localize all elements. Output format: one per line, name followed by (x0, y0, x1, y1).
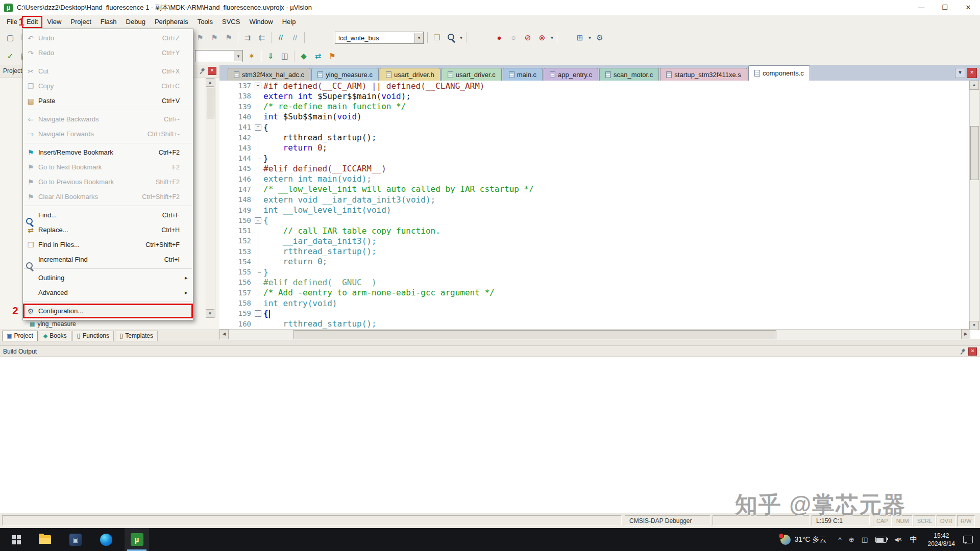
code-line[interactable]: 142 rtthread_startup(); (219, 132, 970, 142)
scroll-down-arrow[interactable]: ▼ (206, 309, 214, 318)
tab-main-c[interactable]: main.c (503, 68, 543, 81)
menu-item-paste[interactable]: ▤PasteCtrl+V (23, 93, 193, 108)
menu-item-advanced[interactable]: Advanced▸ (23, 285, 193, 300)
fold-toggle-icon[interactable]: − (255, 217, 261, 224)
scrollbar-thumb[interactable] (970, 126, 979, 180)
combo-dropdown-arrow[interactable]: ▾ (414, 33, 423, 43)
scroll-up-arrow[interactable]: ▲ (969, 81, 979, 90)
code-line[interactable]: 154 return 0; (219, 257, 970, 267)
menu-project[interactable]: Project (66, 16, 95, 28)
pc-status-icon[interactable]: ◫ (862, 536, 868, 543)
clear-bookmarks-icon[interactable]: ⚑ (222, 31, 235, 44)
menu-edit[interactable]: Edit (22, 16, 42, 28)
menu-svcs[interactable]: SVCS (217, 16, 244, 28)
code-line[interactable]: 158int entry(void) (219, 298, 970, 308)
start-button[interactable] (4, 528, 29, 551)
tab-usart-driver-h[interactable]: usart_driver.h (380, 68, 440, 81)
code-line[interactable]: 152 __iar_data_init3(); (219, 236, 970, 246)
uncomment-icon[interactable]: // (288, 31, 302, 44)
panel-tab-functions[interactable]: {}Functions (72, 331, 114, 341)
code-line[interactable]: 156#elif defined(__GNUC__) (219, 277, 970, 287)
tab-startup-stm32f411xe-s[interactable]: startup_stm32f411xe.s (660, 68, 747, 81)
code-line[interactable]: 137−#if defined(__CC_ARM) || defined(__C… (219, 81, 970, 91)
enable-disable-breakpoint-icon[interactable]: ○ (507, 31, 520, 44)
search-text-combo[interactable]: lcd_write_bus▾ (335, 32, 424, 44)
previous-bookmark-icon[interactable]: ⚑ (193, 31, 207, 44)
pinned-app-button[interactable]: ▣ (63, 528, 88, 551)
code-line[interactable]: 143 return 0; (219, 143, 970, 153)
debug-windows-icon[interactable]: ⊞ (573, 31, 586, 44)
ime-indicator[interactable]: 中 (910, 535, 918, 544)
tab-usart-driver-c[interactable]: usart_driver.c (442, 68, 502, 81)
code-area[interactable]: 137−#if defined(__CC_ARM) || defined(__C… (219, 81, 970, 329)
action-center-icon[interactable] (963, 536, 973, 543)
panel-tab-templates[interactable]: {}Templates (115, 331, 158, 341)
weather-text[interactable]: 31°C 多云 (794, 535, 826, 544)
battery-icon[interactable] (875, 537, 887, 543)
fold-toggle-icon[interactable]: − (255, 124, 261, 131)
menu-peripherals[interactable]: Peripherals (150, 16, 193, 28)
project-tree-item[interactable]: ▦ ying_measure (30, 320, 76, 328)
debug-windows-dropdown-arrow[interactable]: ▾ (587, 31, 593, 44)
code-line[interactable]: 145#elif defined(__ICCARM__) (219, 163, 970, 173)
tab-app-entry-c[interactable]: app_entry.c (544, 68, 598, 81)
menu-item-incremental-find[interactable]: Incremental FindCtrl+I (23, 252, 193, 267)
code-line[interactable]: 139/* re-define main function */ (219, 102, 970, 112)
scrollbar-thumb[interactable] (293, 330, 776, 339)
panel-tab-books[interactable]: ◆Books (39, 331, 71, 341)
close-button[interactable]: ✕ (957, 0, 980, 15)
menu-item-find[interactable]: Find...Ctrl+F (23, 208, 193, 222)
comment-icon[interactable]: // (274, 31, 287, 44)
indent-right-icon[interactable]: ⇉ (241, 31, 254, 44)
menu-flash[interactable]: Flash (96, 16, 121, 28)
select-target-combo[interactable]: ▾ (195, 50, 243, 62)
build-target-icon[interactable]: ◆ (297, 49, 310, 63)
code-line[interactable]: 155} (219, 267, 970, 277)
pin-icon[interactable] (199, 68, 206, 74)
code-line[interactable]: 160 rtthread_startup(); (219, 318, 970, 329)
flash-download-icon[interactable]: ⇓ (264, 49, 277, 63)
tab-scan-motor-c[interactable]: scan_motor.c (599, 68, 659, 81)
code-line[interactable]: 150−{ (219, 215, 970, 226)
kill-all-breakpoints-icon[interactable]: ⊗ (535, 31, 549, 44)
code-line[interactable]: 149int __low_level_init(void) (219, 205, 970, 215)
code-line[interactable]: 148extern void __iar_data_init3(void); (219, 194, 970, 205)
scrollbar-thumb[interactable] (207, 88, 214, 118)
maximize-button[interactable]: ☐ (933, 0, 957, 15)
combo-dropdown-arrow[interactable]: ▾ (234, 51, 242, 61)
close-panel-icon[interactable]: ✕ (968, 347, 977, 356)
menu-help[interactable]: Help (278, 16, 301, 28)
code-line[interactable]: 146extern int main(void); (219, 174, 970, 184)
options-for-target-icon[interactable]: ✶ (245, 49, 258, 63)
tab-list-dropdown[interactable]: ▼ (955, 68, 965, 78)
code-line[interactable]: 144} (219, 153, 970, 163)
fold-toggle-icon[interactable]: − (255, 83, 261, 89)
project-vertical-scrollbar[interactable]: ▲ ▼ (206, 78, 215, 318)
code-line[interactable]: 140int $Sub$$main(void) (219, 112, 970, 122)
insert-breakpoint-icon[interactable]: ● (493, 31, 506, 44)
code-line[interactable]: 153 rtthread_startup(); (219, 246, 970, 257)
edge-button[interactable] (94, 528, 118, 551)
new-file-icon[interactable]: ▢ (4, 31, 17, 44)
keil-uvision-button[interactable]: µ (125, 528, 149, 551)
find-icon[interactable] (445, 31, 458, 44)
tray-expand-chevron[interactable]: ^ (839, 536, 842, 543)
next-bookmark-icon[interactable]: ⚑ (208, 31, 221, 44)
file-explorer-button[interactable] (33, 528, 57, 551)
pin-icon[interactable] (960, 348, 966, 355)
translate-file-icon[interactable]: ✓ (4, 49, 17, 63)
menu-item-configuration[interactable]: ⚙Configuration... (23, 304, 193, 318)
code-line[interactable]: 157/* Add -eentry to arm-none-eabi-gcc a… (219, 288, 970, 298)
menu-item-find-in-files[interactable]: ❒Find in Files...Ctrl+Shift+F (23, 237, 193, 252)
muted-speaker-icon[interactable]: ◀✕ (894, 536, 901, 543)
close-panel-icon[interactable]: ✕ (208, 67, 216, 75)
find-in-files-icon[interactable]: ❒ (430, 31, 444, 44)
menu-window[interactable]: Window (244, 16, 277, 28)
indent-left-icon[interactable]: ⇇ (255, 31, 268, 44)
find-dropdown-arrow[interactable]: ▾ (458, 31, 464, 44)
tab-ying-measure-c[interactable]: ying_measure.c (311, 68, 379, 81)
tab-stm32f4xx-hal-adc-c[interactable]: stm32f4xx_hal_adc.c (228, 68, 310, 81)
tab-components-c[interactable]: components.c (748, 65, 810, 81)
menu-debug[interactable]: Debug (121, 16, 150, 28)
code-line[interactable]: 151 // call IAR table copy function. (219, 226, 970, 236)
